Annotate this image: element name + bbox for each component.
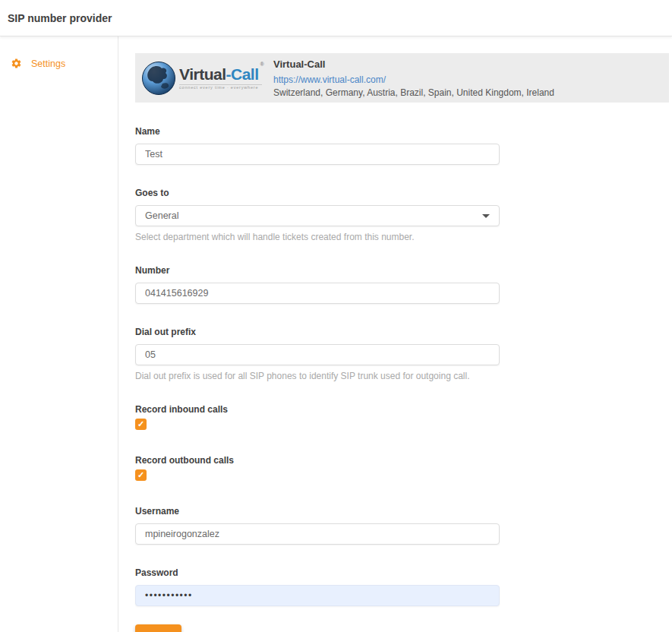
password-input[interactable] bbox=[135, 585, 500, 606]
provider-info: Virtual-Call https://www.virtual-call.co… bbox=[273, 58, 554, 98]
number-group: Number bbox=[135, 265, 500, 304]
sidebar: Settings bbox=[0, 36, 118, 632]
number-input[interactable] bbox=[135, 283, 500, 304]
add-button[interactable]: ADD bbox=[135, 624, 181, 632]
sidebar-item-settings[interactable]: Settings bbox=[0, 52, 118, 75]
goes-to-help-text: Select department which will handle tick… bbox=[135, 232, 500, 242]
name-group: Name bbox=[135, 126, 500, 165]
provider-logo: Virtual-Call® connect every time · every… bbox=[141, 61, 257, 96]
dial-out-prefix-input[interactable] bbox=[135, 344, 500, 365]
globe-icon bbox=[141, 61, 176, 96]
name-input[interactable] bbox=[135, 144, 500, 165]
goes-to-selected-value: General bbox=[145, 210, 178, 221]
record-inbound-group: Record inbound calls bbox=[135, 404, 500, 430]
brand-tagline: connect every time · everywhere bbox=[179, 84, 262, 90]
trademark-symbol: ® bbox=[260, 62, 263, 67]
username-input[interactable] bbox=[135, 523, 500, 545]
content-area: Virtual-Call® connect every time · every… bbox=[118, 36, 672, 632]
password-group: Password bbox=[135, 567, 500, 606]
record-outbound-group: Record outbound calls bbox=[135, 455, 500, 481]
chevron-down-icon bbox=[482, 214, 490, 218]
dial-out-prefix-label: Dial out prefix bbox=[135, 327, 500, 337]
username-label: Username bbox=[135, 506, 500, 517]
name-label: Name bbox=[135, 126, 500, 137]
brand-name-dark: Virtual bbox=[179, 65, 226, 83]
page-title: SIP number provider bbox=[8, 12, 112, 24]
goes-to-label: Goes to bbox=[135, 188, 500, 198]
record-inbound-label: Record inbound calls bbox=[135, 404, 500, 415]
goes-to-select[interactable]: General bbox=[135, 205, 500, 226]
brand-text: Virtual-Call® connect every time · every… bbox=[179, 66, 262, 90]
record-inbound-checkbox[interactable] bbox=[135, 419, 147, 430]
goes-to-group: Goes to General Select department which … bbox=[135, 188, 500, 242]
page-header: SIP number provider bbox=[0, 0, 672, 36]
number-label: Number bbox=[135, 265, 500, 276]
sidebar-item-label: Settings bbox=[31, 58, 65, 69]
main-layout: Settings bbox=[0, 36, 672, 632]
record-outbound-label: Record outbound calls bbox=[135, 455, 500, 466]
provider-name: Virtual-Call bbox=[273, 58, 554, 70]
provider-countries: Switzerland, Germany, Austria, Brazil, S… bbox=[273, 87, 554, 98]
provider-card: Virtual-Call® connect every time · every… bbox=[135, 53, 669, 103]
sip-provider-form: Name Goes to General Select department w… bbox=[135, 126, 500, 632]
brand-name-blue: -Call bbox=[226, 65, 258, 83]
password-label: Password bbox=[135, 567, 500, 578]
username-group: Username bbox=[135, 506, 500, 545]
provider-url-link[interactable]: https://www.virtual-call.com/ bbox=[273, 74, 386, 85]
dial-out-prefix-group: Dial out prefix Dial out prefix is used … bbox=[135, 327, 500, 381]
dial-out-prefix-help-text: Dial out prefix is used for all SIP phon… bbox=[135, 371, 500, 381]
record-outbound-checkbox[interactable] bbox=[135, 469, 147, 481]
gear-icon bbox=[11, 58, 22, 69]
